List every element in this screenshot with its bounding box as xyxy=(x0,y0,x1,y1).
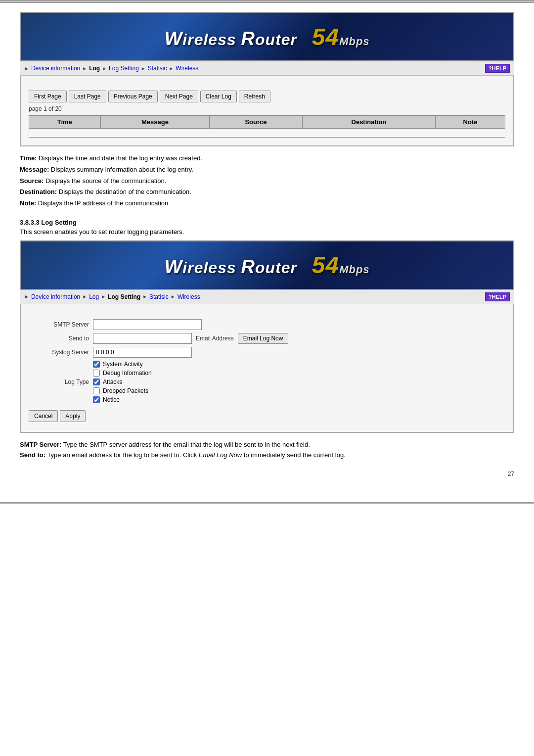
page-rule-bottom xyxy=(0,502,534,504)
nav-arrow-2: ► xyxy=(82,66,87,71)
router-banner-1: Wireless Router 54Mbps xyxy=(20,12,514,61)
nav-statisic-2[interactable]: Statisic xyxy=(149,293,169,300)
nav-arrow-3: ► xyxy=(102,66,107,71)
nav-wireless-1[interactable]: Wireless xyxy=(176,65,198,72)
smtp-input[interactable] xyxy=(93,319,202,330)
email-log-now-button[interactable]: Email Log Now xyxy=(238,333,289,344)
bottom-desc-sendto: Send to: Type an email address for the l… xyxy=(20,450,514,461)
desc-time: Time: Displays the time and date that th… xyxy=(20,153,514,164)
nav-arrow-5: ► xyxy=(169,66,174,71)
checkbox-attacks: Attacks xyxy=(93,378,152,385)
log-type-row: Log Type System Activity Debug Informati… xyxy=(29,361,505,403)
nav-arrow-b3: ► xyxy=(101,294,106,299)
col-time: Time xyxy=(29,116,101,129)
checkbox-dropped-packets-input[interactable] xyxy=(93,387,100,394)
nav-arrow-b5: ► xyxy=(171,294,176,299)
syslog-label: Syslog Server xyxy=(29,349,93,356)
nav-statisic-1[interactable]: Statisic xyxy=(148,65,167,72)
checkbox-attacks-label: Attacks xyxy=(103,378,122,385)
last-page-button[interactable]: Last Page xyxy=(69,91,106,102)
help-button-1[interactable]: ?HELP xyxy=(485,64,510,73)
checkbox-notice: Notice xyxy=(93,396,152,403)
help-button-2[interactable]: ?HELP xyxy=(485,292,510,301)
desc-message: Message: Displays summary information ab… xyxy=(20,165,514,175)
sendto-label: Send to xyxy=(29,335,93,342)
email-address-label: Email Address xyxy=(196,335,234,342)
checkbox-system-activity-label: System Activity xyxy=(103,361,143,368)
checkbox-notice-label: Notice xyxy=(103,396,120,403)
checkbox-system-activity-input[interactable] xyxy=(93,361,100,368)
checkbox-system-activity: System Activity xyxy=(93,361,152,368)
nav-arrow-b4: ► xyxy=(142,294,147,299)
desc-destination: Destination: Displays the destination of… xyxy=(20,187,514,197)
router-banner-2: Wireless Router 54Mbps xyxy=(20,240,514,290)
bottom-desc-smtp: SMTP Server: Type the SMTP server addres… xyxy=(20,440,514,450)
col-destination: Destination xyxy=(302,116,435,129)
next-page-button[interactable]: Next Page xyxy=(160,91,198,102)
col-message: Message xyxy=(100,116,210,129)
nav-arrow-1: ► xyxy=(24,66,29,71)
log-panel: First Page Last Page Previous Page Next … xyxy=(20,76,514,146)
bottom-description: SMTP Server: Type the SMTP server addres… xyxy=(20,440,514,461)
banner-title-2: Wireless Router 54Mbps xyxy=(164,251,369,279)
desc-note: Note: Displays the IP address of the com… xyxy=(20,198,514,209)
nav-log-setting-2[interactable]: Log Setting xyxy=(108,293,140,300)
log-description: Time: Displays the time and date that th… xyxy=(20,153,514,209)
checkbox-notice-input[interactable] xyxy=(93,396,100,403)
refresh-button[interactable]: Refresh xyxy=(239,91,270,102)
log-table: Time Message Source Destination Note xyxy=(29,115,505,138)
log-setting-heading: 3.8.3.3 Log Setting xyxy=(20,219,514,226)
nav-log-2[interactable]: Log xyxy=(89,293,99,300)
log-type-options: System Activity Debug Information Attack… xyxy=(93,361,152,403)
table-row-empty xyxy=(29,129,505,138)
checkbox-debug: Debug Information xyxy=(93,370,152,377)
sendto-input[interactable] xyxy=(93,333,192,344)
apply-button[interactable]: Apply xyxy=(60,410,86,422)
nav-arrow-b2: ► xyxy=(82,294,87,299)
banner-title-1: Wireless Router 54Mbps xyxy=(164,23,369,50)
nav-arrow-b1: ► xyxy=(24,294,29,299)
syslog-row: Syslog Server xyxy=(29,347,505,358)
smtp-row: SMTP Server xyxy=(29,319,505,330)
checkbox-debug-label: Debug Information xyxy=(103,370,152,377)
desc-source: Source: Displays the source of the commu… xyxy=(20,176,514,187)
nav-bar-2: ► Device information ► Log ► Log Setting… xyxy=(20,290,514,304)
first-page-button[interactable]: First Page xyxy=(29,91,67,102)
cancel-button[interactable]: Cancel xyxy=(29,410,58,422)
nav-arrow-4: ► xyxy=(141,66,146,71)
nav-device-info-1[interactable]: Device information xyxy=(31,65,80,72)
col-source: Source xyxy=(210,116,302,129)
log-setting-panel: SMTP Server Send to Email Address Email … xyxy=(20,304,514,433)
col-note: Note xyxy=(436,116,505,129)
nav-device-info-2[interactable]: Device information xyxy=(31,293,80,300)
checkbox-dropped-packets-label: Dropped Packets xyxy=(103,387,148,394)
nav-wireless-2[interactable]: Wireless xyxy=(178,293,200,300)
log-setting-intro: This screen enables you to set router lo… xyxy=(20,228,514,236)
smtp-label: SMTP Server xyxy=(29,321,93,328)
checkbox-debug-input[interactable] xyxy=(93,370,100,377)
checkbox-attacks-input[interactable] xyxy=(93,378,100,385)
clear-log-button[interactable]: Clear Log xyxy=(200,91,237,102)
checkbox-dropped-packets: Dropped Packets xyxy=(93,387,152,394)
page-indicator: page 1 of 20 xyxy=(29,105,505,112)
log-buttons-row: First Page Last Page Previous Page Next … xyxy=(29,91,505,102)
page-number: 27 xyxy=(20,471,514,477)
nav-log-setting-1[interactable]: Log Setting xyxy=(109,65,139,72)
nav-log-1[interactable]: Log xyxy=(89,65,100,72)
nav-bar-1: ► Device information ► Log ► Log Setting… xyxy=(20,61,514,76)
log-type-label: Log Type xyxy=(29,378,93,385)
previous-page-button[interactable]: Previous Page xyxy=(108,91,158,102)
syslog-input[interactable] xyxy=(93,347,192,358)
sendto-row: Send to Email Address Email Log Now xyxy=(29,333,505,344)
form-actions: Cancel Apply xyxy=(29,410,505,422)
